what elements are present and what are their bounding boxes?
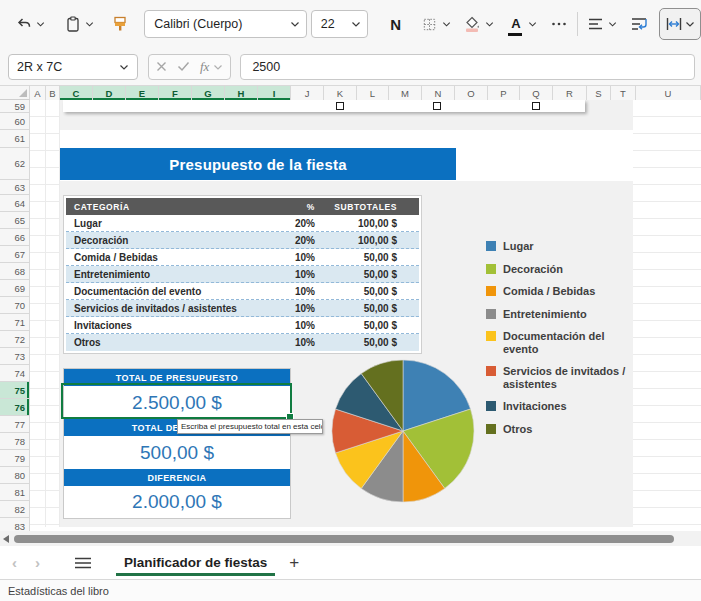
name-box[interactable]: 2R x 7C bbox=[8, 54, 138, 80]
row-header-65[interactable]: 65 bbox=[0, 212, 30, 229]
checkbox[interactable] bbox=[532, 102, 540, 110]
enter-icon[interactable] bbox=[177, 61, 190, 72]
row-header-69[interactable]: 69 bbox=[0, 280, 30, 297]
column-header-D[interactable]: D bbox=[93, 86, 126, 101]
table-row[interactable]: Invitaciones10%50,00 $ bbox=[66, 317, 419, 334]
column-header-K[interactable]: K bbox=[324, 86, 357, 101]
row-header-72[interactable]: 72 bbox=[0, 331, 30, 348]
column-header-P[interactable]: P bbox=[488, 86, 520, 101]
sheet-tab-active[interactable]: Planificador de fiestas bbox=[114, 546, 277, 579]
row-header-83[interactable]: 83 bbox=[0, 518, 30, 531]
chart-legend[interactable]: LugarDecoraciónComida / BebidasEntreteni… bbox=[486, 240, 638, 445]
formula-input[interactable]: 2500 bbox=[240, 54, 695, 80]
table-row[interactable]: Otros10%50,00 $ bbox=[66, 334, 419, 351]
row-header-71[interactable]: 71 bbox=[0, 314, 30, 331]
scrollbar-thumb[interactable] bbox=[14, 535, 674, 543]
row-header-81[interactable]: 81 bbox=[0, 484, 30, 501]
undo-button[interactable] bbox=[14, 10, 34, 38]
column-header-U[interactable]: U bbox=[636, 86, 701, 101]
add-sheet-button[interactable]: + bbox=[289, 553, 299, 573]
row-header-80[interactable]: 80 bbox=[0, 467, 30, 484]
undo-dropdown-chevron[interactable] bbox=[36, 20, 45, 28]
align-button[interactable] bbox=[586, 10, 606, 38]
fill-color-dropdown-chevron[interactable] bbox=[485, 20, 494, 28]
merge-center-button[interactable] bbox=[659, 8, 701, 40]
legend-item[interactable]: Entretenimiento bbox=[486, 308, 638, 321]
column-header-B[interactable]: B bbox=[46, 86, 60, 101]
row-header-64[interactable]: 64 bbox=[0, 195, 30, 212]
row-header-70[interactable]: 70 bbox=[0, 297, 30, 314]
more-options-button[interactable] bbox=[549, 10, 569, 38]
scroll-left-arrow-icon[interactable] bbox=[3, 535, 9, 543]
format-painter-button[interactable] bbox=[110, 10, 130, 38]
column-header-L[interactable]: L bbox=[357, 86, 389, 101]
column-header-G[interactable]: G bbox=[192, 86, 225, 101]
font-size-combo[interactable]: 22 bbox=[311, 10, 368, 38]
legend-item[interactable]: Servicios de invitados / asistentes bbox=[486, 365, 638, 390]
row-header-59[interactable]: 59 bbox=[0, 100, 30, 113]
font-name-combo[interactable]: Calibri (Cuerpo) bbox=[144, 10, 307, 38]
fill-color-button[interactable] bbox=[463, 10, 483, 38]
row-header-73[interactable]: 73 bbox=[0, 348, 30, 365]
row-header-66[interactable]: 66 bbox=[0, 229, 30, 246]
legend-item[interactable]: Invitaciones bbox=[486, 400, 638, 413]
table-row[interactable]: Documentación del evento10%50,00 $ bbox=[66, 283, 419, 300]
cancel-icon[interactable] bbox=[156, 61, 167, 72]
align-dropdown-chevron[interactable] bbox=[608, 20, 617, 28]
column-header-A[interactable]: A bbox=[30, 86, 46, 101]
row-header-77[interactable]: 77 bbox=[0, 416, 30, 433]
bold-button[interactable]: N bbox=[386, 10, 406, 38]
worksheet-grid[interactable]: Presupuesto de la fiesta CATEGORÍA % SUB… bbox=[0, 100, 701, 531]
row-header-61[interactable]: 61 bbox=[0, 130, 30, 148]
total-budget-value[interactable]: 2.500,00 $ bbox=[64, 386, 290, 419]
next-sheet-button[interactable]: › bbox=[35, 554, 40, 571]
checkbox[interactable] bbox=[336, 102, 344, 110]
row-header-60[interactable]: 60 bbox=[0, 113, 30, 130]
borders-dropdown-chevron[interactable] bbox=[442, 20, 451, 28]
column-header-F[interactable]: F bbox=[159, 86, 192, 101]
column-header-M[interactable]: M bbox=[389, 86, 422, 101]
column-header-R[interactable]: R bbox=[553, 86, 587, 101]
column-header-C[interactable]: C bbox=[60, 86, 93, 101]
wrap-text-button[interactable] bbox=[629, 10, 649, 38]
column-header-O[interactable]: O bbox=[455, 86, 488, 101]
row-header-79[interactable]: 79 bbox=[0, 450, 30, 467]
checkbox[interactable] bbox=[433, 102, 441, 110]
column-header-S[interactable]: S bbox=[587, 86, 611, 101]
merge-dropdown-chevron[interactable] bbox=[685, 20, 695, 28]
pie-chart[interactable] bbox=[331, 359, 475, 503]
paste-dropdown-chevron[interactable] bbox=[85, 20, 94, 28]
font-color-dropdown-chevron[interactable] bbox=[528, 20, 537, 28]
table-row[interactable]: Comida / Bebidas10%50,00 $ bbox=[66, 249, 419, 266]
row-header-74[interactable]: 74 bbox=[0, 365, 30, 382]
legend-item[interactable]: Lugar bbox=[486, 240, 638, 253]
select-all-corner[interactable] bbox=[0, 85, 30, 100]
row-header-82[interactable]: 82 bbox=[0, 501, 30, 518]
total-expenses-value[interactable]: 500,00 $ bbox=[64, 436, 290, 469]
table-row[interactable]: Lugar20%100,00 $ bbox=[66, 215, 419, 232]
legend-item[interactable]: Decoración bbox=[486, 263, 638, 276]
column-header-Q[interactable]: Q bbox=[520, 86, 553, 101]
column-header-I[interactable]: I bbox=[258, 86, 291, 101]
row-header-76[interactable]: 76 bbox=[0, 399, 30, 416]
row-header-62[interactable]: 62 bbox=[0, 148, 30, 180]
legend-item[interactable]: Documentación del evento bbox=[486, 330, 638, 355]
insert-function-button[interactable]: fx bbox=[200, 59, 209, 75]
column-header-H[interactable]: H bbox=[225, 86, 258, 101]
sheet-list-icon[interactable] bbox=[74, 557, 92, 569]
paste-button[interactable] bbox=[63, 10, 83, 38]
font-color-button[interactable]: A bbox=[506, 10, 526, 38]
table-row[interactable]: Servicios de invitados / asistentes10%50… bbox=[66, 300, 419, 317]
row-header-75[interactable]: 75 bbox=[0, 382, 30, 399]
row-header-68[interactable]: 68 bbox=[0, 263, 30, 280]
row-header-78[interactable]: 78 bbox=[0, 433, 30, 450]
legend-item[interactable]: Comida / Bebidas bbox=[486, 285, 638, 298]
column-header-T[interactable]: T bbox=[611, 86, 636, 101]
table-row[interactable]: Entretenimiento10%50,00 $ bbox=[66, 266, 419, 283]
prev-sheet-button[interactable]: ‹ bbox=[12, 554, 17, 571]
borders-button[interactable] bbox=[420, 10, 440, 38]
workbook-statistics[interactable]: Estadísticas del libro bbox=[8, 585, 109, 597]
row-header-67[interactable]: 67 bbox=[0, 246, 30, 263]
legend-item[interactable]: Otros bbox=[486, 423, 638, 436]
column-header-J[interactable]: J bbox=[291, 86, 324, 101]
